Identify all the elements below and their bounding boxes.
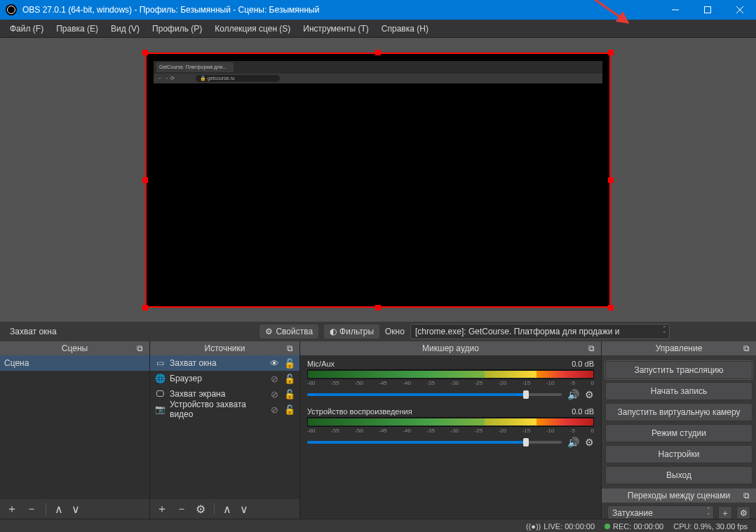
remove-button[interactable]: － — [24, 502, 39, 517]
add-button[interactable]: ＋ — [4, 502, 20, 517]
window-title: OBS 27.0.1 (64-bit, windows) - Профиль: … — [22, 5, 659, 15]
popout-icon[interactable]: ⧉ — [588, 343, 598, 353]
exit-button[interactable]: Выход — [605, 466, 752, 484]
selected-source-label: Захват окна — [6, 324, 61, 339]
resize-handle[interactable] — [608, 177, 614, 183]
popout-icon[interactable]: ⧉ — [287, 343, 297, 353]
globe-icon: 🌐 — [154, 373, 166, 384]
visibility-toggle[interactable]: 👁 — [269, 358, 280, 369]
properties-button[interactable]: ⚙ Свойства — [259, 325, 318, 339]
transition-select[interactable]: Затухание˄˅ — [607, 505, 714, 519]
add-button[interactable]: ＋ — [154, 502, 170, 517]
menu-file[interactable]: Файл (F) — [4, 21, 49, 36]
volume-slider[interactable] — [307, 393, 562, 396]
popout-icon[interactable]: ⧉ — [743, 343, 753, 353]
statusbar: ((●))LIVE: 00:00:00 REC: 00:00:00 CPU: 0… — [0, 519, 756, 532]
volume-slider[interactable] — [307, 441, 562, 444]
channel-db: 0.0 dB — [572, 407, 594, 416]
start-recording-button[interactable]: Начать запись — [605, 382, 752, 400]
menu-view[interactable]: Вид (V) — [105, 21, 145, 36]
panel-title: Управление — [656, 343, 703, 353]
start-streaming-button[interactable]: Запустить трансляцию — [605, 361, 752, 379]
close-button[interactable] — [724, 0, 756, 20]
panel-title: Источники — [205, 343, 245, 353]
resize-handle[interactable] — [608, 305, 614, 311]
menu-profile[interactable]: Профиль (P) — [147, 21, 208, 36]
menubar: Файл (F) Правка (E) Вид (V) Профиль (P) … — [0, 20, 756, 38]
mixer-channel: Mic/Aux0.0 dB -60-55-50-45-40-35-30-25-2… — [300, 355, 601, 403]
settings-button[interactable]: Настройки — [605, 445, 752, 463]
live-status: ((●))LIVE: 00:00:00 — [526, 522, 595, 531]
lock-toggle[interactable]: 🔓 — [284, 358, 295, 369]
move-up-button[interactable]: ∧ — [53, 503, 65, 516]
resize-handle[interactable] — [608, 50, 614, 55]
source-item[interactable]: 📷 Устройство захвата видео ⊘ 🔓 — [150, 402, 299, 417]
scenes-toolbar: ＋ － ∧ ∨ — [0, 499, 149, 519]
window-field-label: Окно — [385, 327, 405, 336]
sources-toolbar: ＋ － ⚙ ∧ ∨ — [150, 499, 299, 519]
preview-area[interactable]: GetCourse. Платформа для... ← → ⟳ 🔒 getc… — [0, 38, 756, 322]
resize-handle[interactable] — [375, 50, 381, 55]
window-icon: ▭ — [154, 357, 166, 369]
sources-panel: Источники⧉ ▭ Захват окна 👁 🔓 🌐 Браузер ⊘… — [150, 341, 300, 519]
audio-meter — [307, 417, 594, 427]
move-up-button[interactable]: ∧ — [221, 503, 234, 516]
menu-tools[interactable]: Инструменты (T) — [297, 21, 374, 36]
scene-item[interactable]: Сцена — [0, 355, 149, 371]
browser-tab: GetCourse. Платформа для... — [156, 62, 234, 72]
source-item[interactable]: 🌐 Браузер ⊘ 🔓 — [150, 371, 299, 386]
popout-icon[interactable]: ⧉ — [137, 343, 147, 353]
gear-icon[interactable]: ⚙ — [194, 503, 208, 516]
lock-toggle[interactable]: 🔓 — [284, 374, 295, 384]
source-label: Захват экрана — [170, 389, 264, 399]
lock-toggle[interactable]: 🔓 — [284, 404, 295, 415]
mixer-panel: Микшер аудио⧉ Mic/Aux0.0 dB -60-55-50-45… — [300, 341, 602, 519]
move-down-button[interactable]: ∨ — [69, 503, 82, 516]
source-label: Браузер — [170, 374, 264, 383]
broadcast-icon: ((●)) — [526, 522, 541, 531]
gear-icon[interactable]: ⚙ — [585, 389, 594, 400]
minimize-button[interactable] — [659, 0, 691, 20]
visibility-toggle[interactable]: ⊘ — [269, 389, 280, 400]
channel-name: Mic/Aux — [307, 360, 335, 368]
resize-handle[interactable] — [142, 177, 148, 183]
lock-toggle[interactable]: 🔓 — [284, 389, 295, 400]
window-select[interactable]: [chrome.exe]: GetCourse. Платформа для п… — [410, 324, 670, 339]
browser-tabstrip: GetCourse. Платформа для... — [154, 61, 602, 74]
resize-handle[interactable] — [142, 305, 148, 311]
menu-scene-collection[interactable]: Коллекция сцен (S) — [209, 21, 296, 36]
filter-icon: ◐ — [330, 327, 337, 336]
camera-icon: 📷 — [154, 404, 166, 415]
resize-handle[interactable] — [375, 305, 381, 311]
updown-icon: ˄˅ — [663, 326, 666, 337]
menu-help[interactable]: Справка (H) — [376, 21, 434, 36]
controls-panel: Управление⧉ Запустить трансляцию Начать … — [602, 341, 756, 519]
mixer-channel: Устройство воспроизведения0.0 dB -60-55-… — [300, 403, 601, 451]
source-label: Устройство захвата видео — [170, 400, 264, 419]
move-down-button[interactable]: ∨ — [238, 503, 250, 516]
filters-button[interactable]: ◐ Фильтры — [324, 325, 379, 339]
add-transition-button[interactable]: ＋ — [718, 506, 732, 519]
rec-status: REC: 00:00:00 — [605, 522, 663, 531]
visibility-toggle[interactable]: ⊘ — [269, 404, 280, 415]
maximize-button[interactable] — [691, 0, 724, 20]
start-virtual-camera-button[interactable]: Запустить виртуальную камеру — [605, 403, 752, 421]
svg-rect-0 — [705, 7, 711, 13]
transition-settings-button[interactable]: ⚙ — [736, 506, 750, 519]
titlebar: OBS 27.0.1 (64-bit, windows) - Профиль: … — [0, 0, 756, 20]
panel-title: Микшер аудио — [422, 343, 479, 353]
resize-handle[interactable] — [142, 50, 148, 55]
studio-mode-button[interactable]: Режим студии — [605, 424, 752, 442]
speaker-icon[interactable]: 🔊 — [567, 389, 579, 400]
remove-button[interactable]: － — [174, 502, 189, 517]
gear-icon[interactable]: ⚙ — [585, 437, 594, 448]
cpu-status: CPU: 0.9%, 30.00 fps — [673, 522, 748, 531]
monitor-icon: 🖵 — [154, 388, 166, 400]
visibility-toggle[interactable]: ⊘ — [269, 374, 280, 384]
popout-icon[interactable]: ⧉ — [743, 491, 753, 500]
menu-edit[interactable]: Правка (E) — [50, 21, 104, 36]
preview-canvas[interactable]: GetCourse. Платформа для... ← → ⟳ 🔒 getc… — [145, 53, 611, 308]
speaker-icon[interactable]: 🔊 — [567, 437, 579, 448]
panel-title: Сцены — [62, 343, 88, 353]
source-item[interactable]: ▭ Захват окна 👁 🔓 — [150, 355, 299, 371]
